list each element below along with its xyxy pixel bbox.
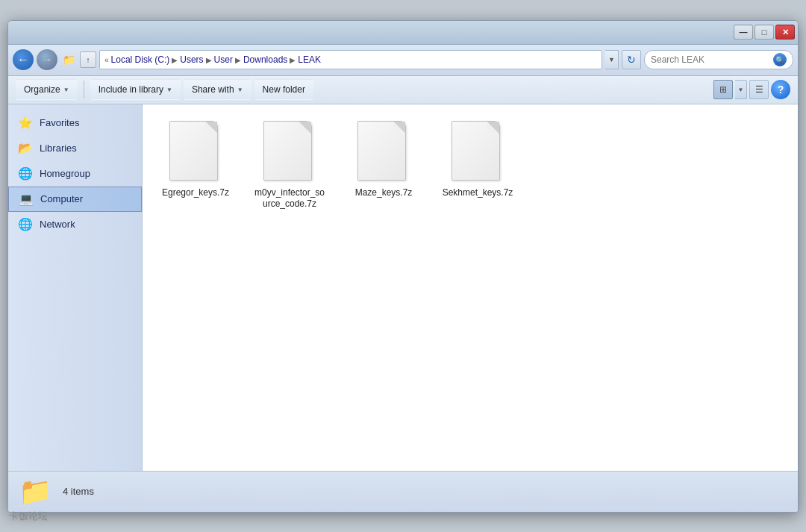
- homegroup-label: Homegroup: [40, 168, 90, 179]
- new-folder-button[interactable]: New folder: [254, 79, 313, 100]
- file-item-3[interactable]: Sekhmet_keys.7z: [437, 116, 519, 215]
- view-icons-button[interactable]: ⊞: [713, 80, 733, 99]
- folder-icon: 📁: [60, 51, 77, 68]
- path-chevron: «: [104, 56, 109, 64]
- file-icon-2: [357, 121, 410, 184]
- address-path: « Local Disk (C:) ▶ Users ▶ User ▶ Downl…: [99, 50, 602, 69]
- sidebar-item-libraries[interactable]: 📂 Libraries: [8, 136, 142, 161]
- minimize-button[interactable]: —: [734, 25, 753, 40]
- path-local-disk[interactable]: Local Disk (C:): [111, 54, 170, 65]
- file-name-2: Maze_keys.7z: [355, 187, 413, 199]
- favorites-icon: ⭐: [17, 115, 34, 131]
- file-icon-0: [169, 121, 222, 184]
- file-page-0: [169, 121, 218, 181]
- toolbar-right: ⊞ ▼ ☰ ?: [713, 80, 790, 99]
- organize-button[interactable]: Organize ▼: [16, 79, 78, 100]
- file-page-2: [357, 121, 406, 181]
- homegroup-icon: 🌐: [17, 166, 34, 182]
- path-sep-4: ▶: [290, 56, 296, 64]
- view-list-button[interactable]: ☰: [749, 80, 769, 99]
- search-button[interactable]: 🔍: [773, 53, 787, 66]
- file-name-1: m0yv_infector_source_code.7z: [253, 187, 326, 210]
- forward-button[interactable]: →: [37, 49, 57, 70]
- sidebar-section-nav: ⭐ Favorites 📂 Libraries 🌐 Homegroup 💻 Co…: [8, 110, 142, 237]
- up-button[interactable]: ↑: [80, 51, 96, 68]
- search-box: 🔍: [644, 50, 793, 69]
- share-dropdown-arrow: ▼: [237, 87, 243, 93]
- file-item-0[interactable]: Egregor_keys.7z: [154, 116, 237, 215]
- file-name-0: Egregor_keys.7z: [162, 187, 229, 199]
- title-bar: — □ ✕: [8, 21, 798, 45]
- organize-label: Organize: [24, 84, 60, 95]
- path-sep-1: ▶: [172, 56, 178, 64]
- path-user[interactable]: User: [214, 54, 233, 65]
- network-label: Network: [40, 219, 75, 230]
- computer-icon: 💻: [18, 191, 34, 207]
- status-count: 4 items: [63, 486, 94, 497]
- path-leak[interactable]: LEAK: [298, 54, 321, 65]
- include-dropdown-arrow: ▼: [166, 87, 172, 93]
- favorites-label: Favorites: [40, 117, 79, 128]
- file-icon-3: [452, 121, 504, 184]
- libraries-icon: 📂: [17, 140, 34, 157]
- refresh-button[interactable]: ↻: [622, 50, 641, 69]
- computer-label: Computer: [40, 193, 83, 204]
- maximize-button[interactable]: □: [755, 25, 774, 40]
- back-button[interactable]: ←: [13, 49, 34, 70]
- sidebar: ⭐ Favorites 📂 Libraries 🌐 Homegroup 💻 Co…: [8, 104, 143, 471]
- path-dropdown[interactable]: ▼: [605, 50, 619, 69]
- path-sep-2: ▶: [206, 56, 212, 64]
- path-sep-3: ▶: [235, 56, 241, 64]
- path-downloads[interactable]: Downloads: [243, 54, 287, 65]
- network-icon: 🌐: [17, 216, 34, 233]
- toolbar: Organize ▼ Include in library ▼ Share wi…: [8, 76, 798, 104]
- watermark: 卡饭论坛: [9, 510, 48, 523]
- include-label: Include in library: [99, 84, 163, 95]
- share-with-button[interactable]: Share with ▼: [184, 79, 252, 100]
- path-users[interactable]: Users: [180, 54, 203, 65]
- share-label: Share with: [192, 84, 234, 95]
- new-folder-label: New folder: [263, 84, 305, 95]
- include-in-library-button[interactable]: Include in library ▼: [90, 79, 181, 100]
- search-input[interactable]: [651, 54, 770, 65]
- explorer-window: — □ ✕ ← → 📁 ↑ « Local Disk (C:) ▶ Users …: [7, 20, 799, 513]
- file-content: Egregor_keys.7z m0yv_infector_source_cod…: [143, 104, 798, 471]
- file-page-1: [263, 121, 312, 181]
- window-controls: — □ ✕: [734, 25, 795, 40]
- status-folder-icon: 📁: [19, 476, 52, 507]
- file-icon-1: [263, 121, 316, 184]
- file-item-1[interactable]: m0yv_infector_source_code.7z: [249, 116, 331, 215]
- status-bar: 📁 4 items: [8, 471, 798, 512]
- libraries-label: Libraries: [40, 143, 77, 154]
- toolbar-sep-1: [84, 81, 84, 98]
- file-page-3: [452, 121, 500, 181]
- main-area: ⭐ Favorites 📂 Libraries 🌐 Homegroup 💻 Co…: [8, 104, 798, 471]
- sidebar-item-favorites[interactable]: ⭐ Favorites: [8, 110, 142, 136]
- sidebar-item-network[interactable]: 🌐 Network: [8, 212, 142, 237]
- sidebar-item-computer[interactable]: 💻 Computer: [8, 187, 142, 212]
- sidebar-item-homegroup[interactable]: 🌐 Homegroup: [8, 161, 142, 187]
- organize-dropdown-arrow: ▼: [63, 87, 69, 93]
- view-dropdown[interactable]: ▼: [735, 80, 747, 99]
- file-name-3: Sekhmet_keys.7z: [443, 187, 513, 199]
- help-button[interactable]: ?: [771, 80, 790, 99]
- close-button[interactable]: ✕: [775, 25, 795, 40]
- address-bar-area: ← → 📁 ↑ « Local Disk (C:) ▶ Users ▶ User…: [8, 45, 798, 76]
- file-item-2[interactable]: Maze_keys.7z: [343, 116, 425, 215]
